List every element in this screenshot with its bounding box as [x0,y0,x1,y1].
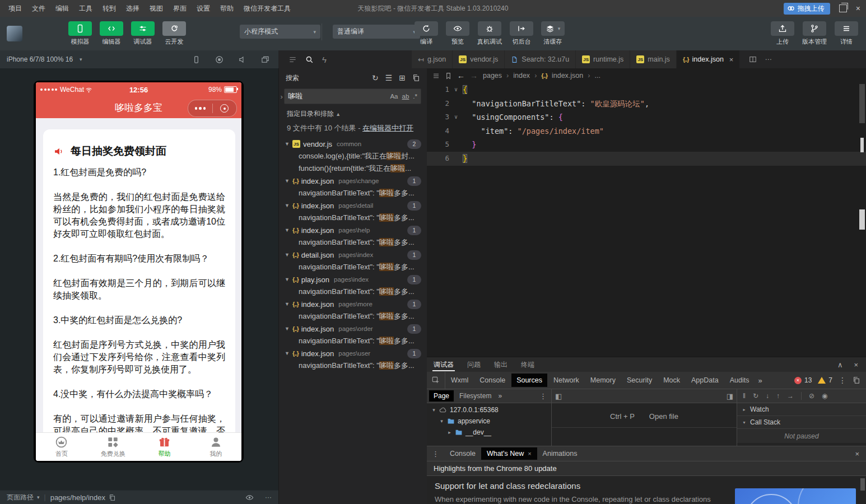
record-icon[interactable] [215,55,224,64]
mute-icon[interactable] [238,55,246,64]
search-result-file[interactable]: ▼{..}index.jsonpages\help1 [279,224,427,236]
search-result-file[interactable]: ▼{..}index.jsonpages\change1 [279,175,427,187]
toolbar-button-cloud[interactable]: 云开发 [162,21,186,46]
devtools-tab-wxml[interactable]: Wxml [446,374,473,387]
step-over-icon[interactable]: ↻ [753,392,758,400]
copy-icon[interactable] [109,494,116,501]
search-result-match[interactable]: function(){return{title:"我正在哆啦... [279,162,427,175]
devtools-tab-memory[interactable]: Memory [585,374,621,387]
menu-item[interactable]: 帮助 [215,0,239,17]
sources-tab-page[interactable]: Page [429,390,454,402]
search-result-file[interactable]: ▼{..}index.jsonpages\user1 [279,347,427,360]
navigate-back-icon[interactable]: ← [457,71,465,80]
navigate-forward-icon[interactable]: → [470,71,478,80]
search-result-match[interactable]: navigationBarTitleText": "哆啦多多... [279,212,427,224]
collapse-all-icon[interactable] [412,74,420,82]
search-result-match[interactable]: navigationBarTitleText": "哆啦多多... [279,335,427,347]
editor-tab[interactable]: JSvendor.js [453,50,505,68]
search-result-file[interactable]: ▼{..}index.jsonpages\order1 [279,323,427,335]
detach-window-icon[interactable] [261,55,269,64]
more-tabs-icon[interactable]: » [755,376,765,385]
drawer-menu-icon[interactable]: ⋮ [427,450,444,458]
close-icon[interactable]: × [528,450,531,457]
tabbar-item-gift[interactable]: 帮助 [139,433,190,461]
devtools-tab-network[interactable]: Network [548,374,584,387]
tabbar-item-crown[interactable]: 首页 [36,433,87,461]
refresh-search-icon[interactable]: ↻ [372,73,379,82]
toolbar-button-phone[interactable]: 模拟器 [68,21,92,46]
step-into-icon[interactable]: ↓ [766,392,769,400]
capsule-menu[interactable] [188,100,237,117]
chevron-down-icon[interactable]: ▾ [37,494,40,500]
toolbar-button-sliders[interactable]: 调试器 [131,21,155,46]
error-badge-icon[interactable]: × [794,377,802,384]
pause-on-exceptions-icon[interactable]: ◉ [822,392,827,400]
dir-filter-toggle[interactable]: 指定目录和排除 ▲ [279,105,427,121]
tree-item[interactable]: ▸__dev__ [427,427,551,438]
file-list-icon[interactable] [288,55,297,64]
user-avatar[interactable] [7,26,22,41]
open-in-editor-link[interactable]: 在编辑器中打开 [362,124,413,132]
editor-tab[interactable]: JSruntime.js [576,50,630,68]
tree-item[interactable]: ▾127.0.0.1:65368 [427,404,551,416]
more-tabs-icon[interactable]: » [498,392,502,400]
breadcrumb-item[interactable]: pages [483,72,502,80]
toolbar-button-branch[interactable]: 版本管理 [802,21,827,46]
more-options-icon[interactable]: ··· [265,493,272,501]
breadcrumb-item[interactable]: index.json [552,72,583,80]
devtools-tab-security[interactable]: Security [622,374,657,387]
step-out-icon[interactable]: ↑ [776,392,780,400]
open-file-label[interactable]: Open file [649,412,678,421]
search-input[interactable] [285,92,390,101]
drawer-close-icon[interactable]: × [855,450,866,458]
tabbar-item-grid[interactable]: 免费兑换 [87,433,139,461]
breadcrumb-item[interactable]: ... [594,72,600,80]
editor-tab[interactable]: ↤g.json [412,50,453,68]
fold-icon[interactable]: ∨ [449,110,463,124]
toolbar-button-switch[interactable]: 切后台 [510,21,533,46]
menu-item[interactable]: 文件 [27,0,50,17]
toolbar-button-list[interactable]: 详情 [835,21,858,46]
editor-tab[interactable]: {..}index.json× [677,50,741,68]
search-result-match[interactable]: navigationBarTitleText": "哆啦多多... [279,310,427,323]
toolbar-button-layers[interactable]: ▾清缓存 [541,21,565,46]
debugger-tab[interactable]: 输出 [487,357,514,372]
devtools-tab-appdata[interactable]: AppData [686,374,724,387]
drawer-scrollbar[interactable] [860,478,865,491]
pause-icon[interactable]: ‖ [743,392,746,400]
more-dots-icon[interactable] [188,107,212,110]
search-result-match[interactable]: navigationBarTitleText": "哆啦多多... [279,187,427,199]
devtools-menu-icon[interactable]: ⋮ [839,376,846,385]
drawer-tab[interactable]: Console [444,447,481,460]
window-close-button[interactable]: × [856,4,860,13]
search-result-match[interactable]: navigationBarTitleText": "哆啦多多... [279,261,427,273]
undock-icon[interactable] [853,376,860,384]
menu-item[interactable]: 视图 [145,0,168,17]
search-result-file[interactable]: ▼{..}index.jsonpages\detail1 [279,199,427,212]
rotate-device-icon[interactable] [192,55,201,64]
search-result-file[interactable]: ▼{..}play.jsonpages\index1 [279,273,427,286]
clear-results-icon[interactable]: ☰ [385,73,393,82]
close-icon[interactable]: × [729,55,734,64]
pane-menu-icon[interactable]: ⋮ [539,392,549,400]
devtools-tab-sources[interactable]: Sources [511,374,547,387]
debugger-tab[interactable]: 调试器 [427,357,460,372]
toolbar-button-bug[interactable]: 真机调试 [477,21,502,46]
menu-item[interactable]: 编辑 [50,0,74,17]
code-content[interactable]: 1∨{2 "navigationBarTitleText": "欧皇源码论坛",… [427,83,866,166]
menu-item[interactable]: 微信开发者工具 [239,0,296,17]
menu-item[interactable]: 设置 [192,0,215,17]
inspect-element-icon[interactable] [427,372,445,389]
article-thumbnail[interactable] [735,488,856,504]
miniprogram-mode-select[interactable]: 小程序模式▾ [240,25,320,39]
fold-icon[interactable]: ∨ [449,83,463,97]
drag-upload-button[interactable]: 拖拽上传 [784,3,830,15]
more-actions-icon[interactable]: ⋯ [765,55,771,63]
debugger-tab[interactable]: 终端 [514,357,541,372]
drawer-tab[interactable]: Animations [537,447,583,460]
collapse-panel-icon[interactable]: ∧ [837,361,843,369]
plugins-icon[interactable]: ϟ [322,55,327,64]
menu-item[interactable]: 选择 [121,0,145,17]
search-result-file[interactable]: ▼{..}detail.jsonpages\index1 [279,249,427,261]
whole-word-toggle[interactable]: ab [402,93,409,100]
